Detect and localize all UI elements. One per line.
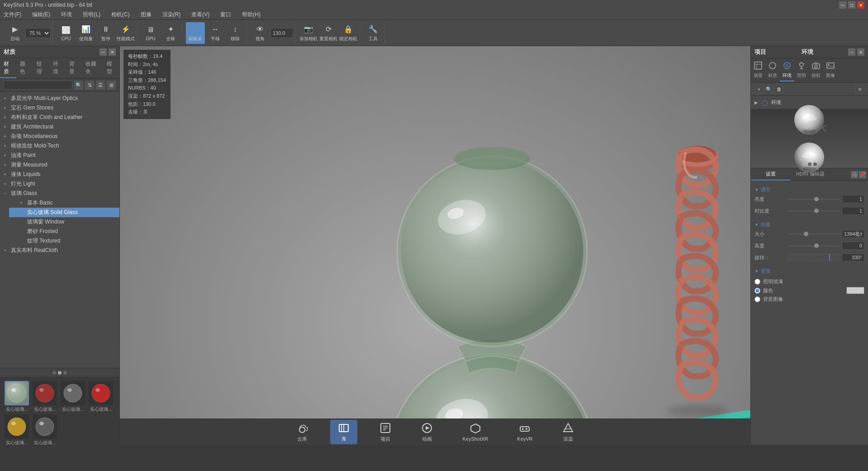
- tab-render[interactable]: 渲染: [555, 420, 582, 444]
- tree-item-gemstones[interactable]: + 宝石 Gem Stones: [0, 103, 119, 113]
- tab-model[interactable]: 模型: [103, 58, 119, 78]
- tab-bg[interactable]: 背景: [66, 58, 82, 78]
- refresh-button[interactable]: ↺ 刷新采: [186, 22, 205, 44]
- view-button[interactable]: 👁 视角: [251, 22, 270, 44]
- tab-animation[interactable]: 动画: [413, 420, 441, 444]
- translate-button[interactable]: ↔ 平移: [206, 22, 225, 44]
- env-add-btn[interactable]: +: [754, 85, 764, 94]
- performance-button[interactable]: ⚡ 性能模式: [116, 22, 135, 44]
- filter-button[interactable]: ☰: [96, 81, 105, 90]
- tree-item-liquids[interactable]: + 液体 Liquids: [0, 170, 119, 179]
- tab-favorite[interactable]: 收藏夹: [82, 58, 103, 78]
- lock-camera-button[interactable]: 🔒 锁定相机: [339, 22, 358, 44]
- fps-input[interactable]: [270, 28, 293, 38]
- thumb-item-3[interactable]: 实心玻璃...: [60, 381, 86, 413]
- right-panel-close-btn[interactable]: ✕: [857, 48, 864, 56]
- rtab-lighting[interactable]: 照明: [794, 59, 809, 81]
- tree-item-basic[interactable]: + 基本 Basic: [9, 198, 119, 208]
- menu-edit[interactable]: 编辑(E): [30, 10, 52, 19]
- env-expand-all-btn[interactable]: ≡: [855, 85, 864, 94]
- rotate-track[interactable]: [788, 254, 840, 261]
- pause-button[interactable]: ⏸ 暂停: [96, 22, 115, 44]
- tree-item-realcloth[interactable]: + 真实布料 RealCloth: [0, 246, 119, 255]
- transform-header[interactable]: ▼ 转换: [754, 219, 864, 230]
- close-button[interactable]: ✕: [857, 1, 864, 9]
- adjustments-header[interactable]: ▼ 调节: [754, 185, 864, 195]
- scene-canvas[interactable]: [120, 46, 750, 419]
- rotate-button[interactable]: ↕ 移除: [226, 22, 245, 44]
- maximize-button[interactable]: □: [848, 1, 855, 9]
- search-button[interactable]: 🔍: [74, 81, 83, 90]
- height-value[interactable]: [842, 242, 864, 250]
- minimize-button[interactable]: ─: [839, 1, 846, 9]
- page-dot-1[interactable]: [52, 371, 56, 375]
- brightness-value[interactable]: [842, 195, 864, 203]
- rtab-image[interactable]: 图像: [823, 59, 838, 81]
- tree-item-light[interactable]: + 灯光 Light: [0, 179, 119, 189]
- tab-key-vr[interactable]: KeyVR: [510, 420, 540, 443]
- bg-lighting-radio[interactable]: [754, 279, 760, 285]
- menu-image[interactable]: 图像: [139, 10, 153, 19]
- preview-dot-3[interactable]: [813, 162, 817, 166]
- viewport[interactable]: 每秒帧数：19.4 时间：2m, 4s 采样值：146 三角形：288,154 …: [120, 46, 750, 419]
- thumb-item-6[interactable]: 实心玻璃...: [32, 414, 58, 445]
- thumb-item-1[interactable]: 实心玻璃...: [4, 381, 30, 413]
- menu-camera[interactable]: 相机(C): [109, 10, 132, 19]
- tab-material[interactable]: 材质: [0, 58, 16, 78]
- tree-item-textured-glass[interactable]: 纹理 Textured: [9, 236, 119, 246]
- tab-keyshot-xr[interactable]: KeyShotXR: [455, 420, 495, 443]
- tab-env[interactable]: 环境: [49, 58, 66, 78]
- menu-lighting[interactable]: 照明(L): [81, 10, 102, 19]
- env-delete-btn[interactable]: 🗑: [774, 85, 783, 94]
- bg-color-radio[interactable]: [754, 288, 760, 294]
- gpu-button[interactable]: 🖥 GPU: [141, 22, 160, 44]
- bg-color-swatch[interactable]: [846, 287, 864, 294]
- page-dot-3[interactable]: [63, 371, 67, 375]
- rtab-material[interactable]: 材质: [765, 59, 780, 81]
- tree-item-multilayer[interactable]: + 多层光学 Multi-Layer Optics: [0, 94, 119, 103]
- tools-button[interactable]: 🔧 工具: [364, 22, 383, 44]
- background-header[interactable]: ▼ 背景: [754, 266, 864, 276]
- menu-help[interactable]: 帮助(H): [240, 10, 262, 19]
- tree-item-measured[interactable]: + 测量 Measured: [0, 160, 119, 170]
- tab-library[interactable]: 库: [330, 420, 357, 444]
- lib-close-btn[interactable]: ✕: [109, 48, 116, 56]
- zoom-select[interactable]: 75 %: [25, 28, 51, 38]
- cpu-button[interactable]: ⬜ CPU: [57, 22, 76, 44]
- contrast-value[interactable]: [842, 207, 864, 215]
- env-settings-pin-btn[interactable]: 📌: [859, 171, 866, 178]
- tree-item-cloth[interactable]: + 布料和皮革 Cloth and Leather: [0, 113, 119, 122]
- tab-projects[interactable]: 项目: [372, 420, 399, 444]
- tree-item-frosted[interactable]: 磨砂 Frosted: [9, 227, 119, 236]
- menu-file[interactable]: 文件(F): [2, 10, 23, 19]
- grid-button[interactable]: ⊞: [107, 81, 116, 90]
- add-camera-button[interactable]: 📷 添加相机: [299, 22, 318, 44]
- rtab-environment[interactable]: 环境: [780, 59, 794, 81]
- menu-view[interactable]: 查看(V): [190, 10, 211, 19]
- tree-item-glass[interactable]: − 玻璃 Glass: [0, 189, 119, 198]
- tab-color[interactable]: 颜色: [16, 58, 33, 78]
- usage-button[interactable]: 📊 使用量: [76, 22, 95, 44]
- thumb-item-2[interactable]: 实心玻璃...: [32, 381, 58, 413]
- menu-render[interactable]: 渲染(R): [161, 10, 183, 19]
- bg-image-radio[interactable]: [754, 296, 760, 302]
- lib-expand-btn[interactable]: ─: [100, 48, 107, 56]
- size-value[interactable]: [842, 230, 864, 238]
- env-settings-tab[interactable]: 设置: [751, 168, 791, 181]
- preview-dot-1[interactable]: [802, 162, 806, 166]
- menu-window[interactable]: 窗口: [218, 10, 233, 19]
- menu-env[interactable]: 环境: [59, 10, 74, 19]
- right-panel-expand-btn[interactable]: ─: [848, 48, 855, 56]
- tree-item-misc[interactable]: + 杂项 Miscellaneous: [0, 132, 119, 141]
- start-button[interactable]: ▶ 启动: [5, 22, 24, 44]
- tree-item-architectural[interactable]: + 建筑 Architectural: [0, 122, 119, 132]
- preview-dot-2[interactable]: [808, 162, 811, 166]
- tree-item-moldtech[interactable]: + 模德造纹 Mold-Tech: [0, 141, 119, 151]
- rtab-camera[interactable]: 相机: [809, 59, 823, 81]
- search-input[interactable]: [4, 81, 72, 90]
- rotate-value[interactable]: [842, 253, 864, 262]
- tab-cloud-library[interactable]: 云库: [289, 420, 316, 444]
- denoise-button[interactable]: ✦ 去噪: [161, 22, 180, 44]
- tree-item-window[interactable]: 玻璃窗 Window: [9, 217, 119, 227]
- tree-item-solid-glass[interactable]: 实心玻璃 Solid Glass: [9, 208, 119, 217]
